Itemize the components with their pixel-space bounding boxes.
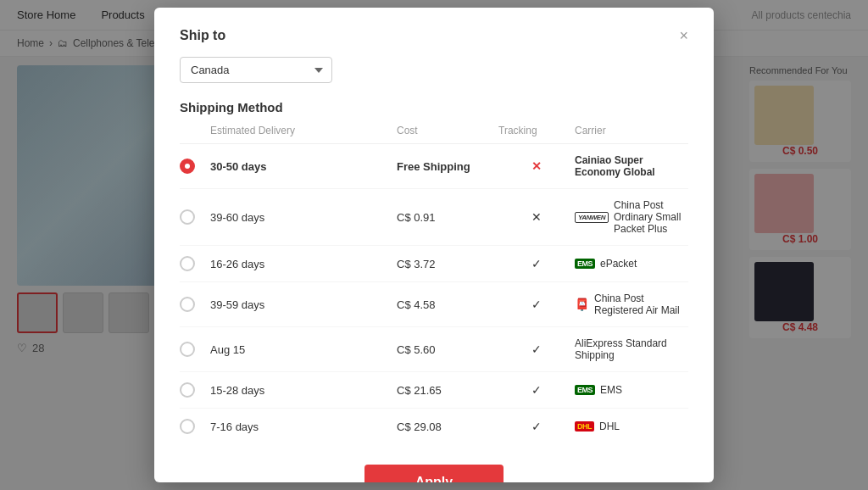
check-7: ✓	[531, 420, 542, 433]
shipping-row-3[interactable]: 16-26 days C$ 3.72 ✓ EMS ePacket	[180, 246, 688, 282]
country-select[interactable]: Canada United States United Kingdom Aust…	[180, 57, 332, 83]
shipping-table: 30-50 days Free Shipping ✕ Cainiao Super…	[180, 144, 688, 444]
carrier-5: AliExpress Standard Shipping	[575, 337, 688, 361]
close-button[interactable]: ×	[679, 28, 688, 43]
post-icon: 📮	[575, 298, 589, 311]
delivery-6: 15-28 days	[210, 384, 397, 397]
radio-6[interactable]	[180, 382, 195, 398]
ems-logo-3: EMS	[575, 259, 595, 269]
radio-2[interactable]	[180, 209, 195, 225]
shipping-row-7[interactable]: 7-16 days C$ 29.08 ✓ DHL DHL	[180, 409, 688, 444]
delivery-2: 39-60 days	[210, 211, 397, 224]
tracking-2: ✕	[498, 210, 575, 224]
cost-4: C$ 4.58	[397, 298, 498, 311]
tracking-x-red: ✕	[531, 159, 542, 173]
shipping-row-5[interactable]: Aug 15 C$ 5.60 ✓ AliExpress Standard Shi…	[180, 327, 688, 372]
shipping-method-title: Shipping Method	[180, 100, 688, 114]
carrier-name-4: China Post Registered Air Mail	[594, 292, 688, 316]
ship-to-section: Canada United States United Kingdom Aust…	[180, 57, 688, 83]
apply-button[interactable]: Apply	[364, 465, 504, 482]
check-5: ✓	[531, 342, 542, 356]
apply-section: Apply	[180, 465, 688, 482]
carrier-name-7: DHL	[599, 420, 620, 432]
dhl-logo: DHL	[575, 421, 594, 432]
shipping-row-4[interactable]: 39-59 days C$ 4.58 ✓ 📮 China Post Regist…	[180, 282, 688, 327]
shipping-modal: Ship to × Canada United States United Ki…	[154, 8, 714, 482]
tracking-x-black: ✕	[531, 210, 542, 224]
tracking-6: ✓	[498, 383, 575, 397]
header-tracking: Tracking	[498, 125, 575, 136]
carrier-name-1: Cainiao Super Economy Global	[575, 154, 688, 178]
carrier-4: 📮 China Post Registered Air Mail	[575, 292, 688, 316]
modal-header: Ship to ×	[180, 28, 688, 43]
cost-3: C$ 3.72	[397, 258, 498, 270]
carrier-name-3: ePacket	[600, 258, 637, 270]
header-carrier: Carrier	[575, 125, 688, 136]
yunwen-logo: YANWEN	[575, 212, 609, 223]
tracking-3: ✓	[498, 257, 575, 270]
radio-4[interactable]	[180, 297, 195, 312]
tracking-1: ✕	[498, 159, 575, 173]
tracking-4: ✓	[498, 298, 575, 311]
modal-overlay: Ship to × Canada United States United Ki…	[0, 0, 868, 490]
check-3: ✓	[531, 257, 542, 270]
delivery-4: 39-59 days	[210, 298, 397, 311]
carrier-3: EMS ePacket	[575, 258, 688, 270]
cost-2: C$ 0.91	[397, 211, 498, 224]
cost-6: C$ 21.65	[397, 384, 498, 397]
tracking-5: ✓	[498, 342, 575, 356]
header-delivery: Estimated Delivery	[210, 125, 397, 136]
header-cost: Cost	[397, 125, 498, 136]
carrier-7: DHL DHL	[575, 420, 688, 432]
carrier-6: EMS EMS	[575, 384, 688, 396]
shipping-row-6[interactable]: 15-28 days C$ 21.65 ✓ EMS EMS	[180, 372, 688, 409]
shipping-table-header: Estimated Delivery Cost Tracking Carrier	[180, 125, 688, 144]
radio-1[interactable]	[180, 159, 195, 174]
radio-3[interactable]	[180, 256, 195, 271]
modal-title: Ship to	[180, 28, 225, 43]
cost-5: C$ 5.60	[397, 343, 498, 356]
delivery-3: 16-26 days	[210, 258, 397, 270]
check-6: ✓	[531, 383, 542, 397]
radio-7[interactable]	[180, 419, 195, 434]
shipping-row-1[interactable]: 30-50 days Free Shipping ✕ Cainiao Super…	[180, 144, 688, 189]
delivery-1: 30-50 days	[210, 160, 397, 173]
cost-7: C$ 29.08	[397, 420, 498, 433]
ems-logo-6: EMS	[575, 385, 595, 395]
carrier-name-5: AliExpress Standard Shipping	[575, 337, 688, 361]
delivery-5: Aug 15	[210, 343, 397, 356]
carrier-name-2: China Post Ordinary Small Packet Plus	[614, 199, 688, 235]
carrier-name-6: EMS	[600, 384, 622, 396]
carrier-2: YANWEN China Post Ordinary Small Packet …	[575, 199, 688, 235]
tracking-7: ✓	[498, 420, 575, 433]
radio-5[interactable]	[180, 342, 195, 357]
carrier-1: Cainiao Super Economy Global	[575, 154, 688, 178]
check-4: ✓	[531, 298, 542, 311]
delivery-7: 7-16 days	[210, 420, 397, 433]
shipping-row-2[interactable]: 39-60 days C$ 0.91 ✕ YANWEN China Post O…	[180, 189, 688, 246]
cost-1: Free Shipping	[397, 160, 498, 173]
